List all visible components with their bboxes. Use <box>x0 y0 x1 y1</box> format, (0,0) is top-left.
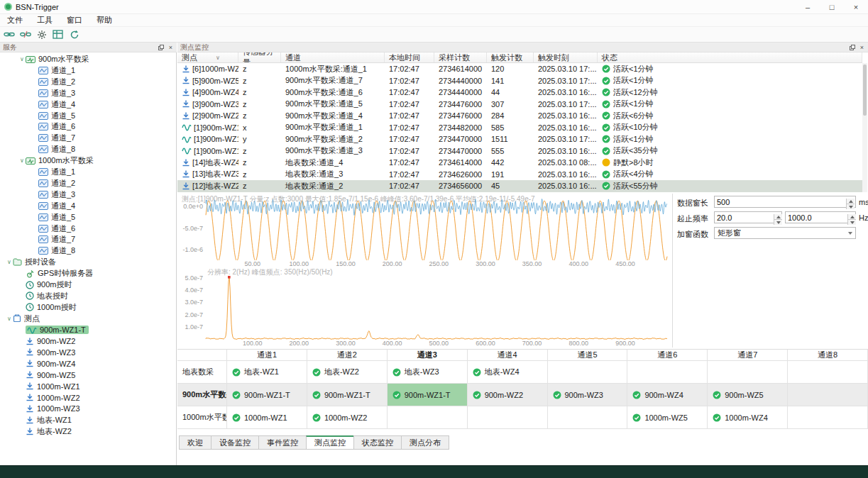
channel-cell[interactable] <box>548 406 628 429</box>
tab-测点分布[interactable]: 测点分布 <box>401 435 449 450</box>
column-header-0[interactable]: 测点∨ <box>177 52 238 62</box>
expand-arrow-icon[interactable]: ∨ <box>6 259 13 265</box>
column-header-5[interactable]: 触发计数 <box>487 52 534 62</box>
freq-to-input[interactable] <box>785 211 856 223</box>
channel-cell[interactable]: 900m-WZ2 <box>468 384 548 406</box>
column-header-3[interactable]: 本地时间 <box>385 52 434 62</box>
column-header-7[interactable]: 状态 <box>598 52 862 62</box>
refresh-icon[interactable] <box>67 28 82 41</box>
tree-item-通道_4[interactable]: 通道_4 <box>0 99 177 110</box>
channel-cell[interactable]: 900m-WZ1-T <box>307 384 388 406</box>
column-header-4[interactable]: 采样计数 <box>434 52 487 62</box>
channel-cell[interactable]: 900m-WZ5 <box>708 384 788 406</box>
tree-item-通道_8[interactable]: 通道_8 <box>0 144 177 155</box>
menu-item-0[interactable]: 文件 <box>0 14 30 26</box>
freq-from-stepper[interactable] <box>774 214 782 225</box>
disconnect-icon[interactable] <box>18 28 33 41</box>
tree-item-通道_7[interactable]: 通道_7 <box>0 133 177 143</box>
channel-cell[interactable]: 地表-WZ4 <box>468 361 548 384</box>
tree-item-通道_3[interactable]: 通道_3 <box>0 88 177 99</box>
tree-item-地表授时[interactable]: 地表授时 <box>0 291 177 301</box>
window-length-stepper[interactable] <box>846 199 855 209</box>
channel-cell[interactable]: 1000m-WZ2 <box>307 406 388 429</box>
table-row[interactable]: [1]900m-WZ1-Tx900m水平数采:通道_117:02:4727344… <box>177 122 862 134</box>
channel-cell[interactable] <box>548 361 628 384</box>
maximize-button[interactable]: □ <box>820 0 844 13</box>
layout-icon[interactable] <box>50 28 65 41</box>
tree-item-通道_2[interactable]: 通道_2 <box>0 77 177 87</box>
column-header-2[interactable]: 通道 <box>281 52 385 62</box>
window-length-input[interactable] <box>714 196 856 208</box>
gear-icon[interactable] <box>34 28 49 41</box>
tree-item-通道_4[interactable]: 通道_4 <box>0 201 177 211</box>
tree-item-通道_1[interactable]: 通道_1 <box>0 65 177 76</box>
table-row[interactable]: [5]900m-WZ5z900m水平数采:通道_717:02:472734440… <box>177 75 862 87</box>
column-header-1[interactable]: 传感器分量 <box>238 52 281 62</box>
channel-cell[interactable]: 1000m-WZ5 <box>627 406 708 429</box>
freq-from-input[interactable] <box>714 211 782 223</box>
menu-item-3[interactable]: 帮助 <box>89 14 119 26</box>
freq-to-stepper[interactable] <box>847 214 856 225</box>
menu-item-2[interactable]: 窗口 <box>60 14 89 26</box>
tab-欢迎[interactable]: 欢迎 <box>179 435 211 450</box>
float-panel-icon[interactable] <box>848 43 856 51</box>
tab-设备监控[interactable]: 设备监控 <box>211 435 259 450</box>
close-button[interactable]: × <box>844 0 868 13</box>
tree-item-1000m水平数采[interactable]: ∨1000m水平数采 <box>0 155 177 166</box>
table-row[interactable]: [2]900m-WZ2z900m水平数采:通道_417:02:472734476… <box>177 110 862 122</box>
tree-item-1000m-WZ1[interactable]: 1000m-WZ1 <box>0 381 177 391</box>
channel-cell[interactable]: 900m-WZ1-T <box>388 384 468 406</box>
channel-cell[interactable]: 地表-WZ3 <box>388 361 468 384</box>
channel-cell[interactable] <box>708 361 788 384</box>
window-func-select[interactable]: 矩形窗 <box>714 227 856 239</box>
channel-cell[interactable] <box>468 406 548 429</box>
channel-cell[interactable]: 900m-WZ4 <box>627 384 708 406</box>
tree-item-通道_5[interactable]: 通道_5 <box>0 212 177 223</box>
table-row[interactable]: [4]900m-WZ4z900m水平数采:通道_617:02:472734440… <box>177 87 862 99</box>
tree-item-地表-WZ1[interactable]: 地表-WZ1 <box>0 415 177 426</box>
tree-item-900m-WZ5[interactable]: 900m-WZ5 <box>0 369 177 380</box>
channel-cell[interactable] <box>788 361 868 384</box>
tree-item-通道_5[interactable]: 通道_5 <box>0 111 177 121</box>
channel-cell[interactable]: 1000m-WZ4 <box>708 406 788 429</box>
minimize-button[interactable]: – <box>796 0 820 13</box>
tree-item-900m水平数采[interactable]: ∨900m水平数采 <box>0 54 177 65</box>
tree-item-900m授时[interactable]: 900m授时 <box>0 279 177 290</box>
tree-item-900m-WZ4[interactable]: 900m-WZ4 <box>0 358 177 369</box>
expand-arrow-icon[interactable]: ∨ <box>6 316 13 322</box>
column-header-6[interactable]: 触发时刻 <box>534 52 598 62</box>
channel-cell[interactable]: 地表-WZ2 <box>307 361 388 384</box>
float-panel-icon[interactable] <box>157 43 165 51</box>
tree-item-通道_1[interactable]: 通道_1 <box>0 167 177 177</box>
table-row[interactable]: [3]900m-WZ3z900m水平数采:通道_517:02:472734476… <box>177 99 862 111</box>
channel-cell[interactable]: 900m-WZ1-T <box>227 384 307 406</box>
tree-item-1000m授时[interactable]: 1000m授时 <box>0 302 177 313</box>
tree-item-1000m-WZ3[interactable]: 1000m-WZ3 <box>0 404 177 414</box>
tree-item-测点[interactable]: ∨测点 <box>0 313 177 324</box>
tree-item-900m-WZ2[interactable]: 900m-WZ2 <box>0 336 177 347</box>
table-row[interactable]: [1]900m-WZ1-Tz900m水平数采:通道_317:02:4727344… <box>177 145 862 157</box>
close-panel-icon[interactable]: × <box>858 43 866 51</box>
scrollbar-thumb[interactable] <box>863 65 867 116</box>
tree-item-通道_8[interactable]: 通道_8 <box>0 245 177 256</box>
table-row[interactable]: [13]地表-WZ3z地表数采:通道_317:02:47273462600019… <box>177 169 862 181</box>
channel-cell[interactable] <box>788 406 868 429</box>
channel-cell[interactable] <box>788 384 868 406</box>
channel-cell[interactable]: 1000m-WZ1 <box>227 406 307 429</box>
channel-cell[interactable]: 地表-WZ1 <box>227 361 307 384</box>
channel-cell[interactable] <box>388 406 468 429</box>
tab-状态监控[interactable]: 状态监控 <box>353 435 402 450</box>
table-scrollbar[interactable] <box>862 63 867 192</box>
table-row[interactable]: [6]1000m-WZ1z1000m水平数采:通道_117:02:4727346… <box>177 63 862 75</box>
tree-item-通道_6[interactable]: 通道_6 <box>0 223 177 234</box>
table-row[interactable]: [12]地表-WZ2z地表数采:通道_217:02:47273465600045… <box>177 180 862 192</box>
tree-item-900m-WZ3[interactable]: 900m-WZ3 <box>0 347 177 357</box>
menu-item-1[interactable]: 工具 <box>30 14 60 26</box>
table-row[interactable]: [14]地表-WZ4z地表数采:通道_417:02:47273461400044… <box>177 157 862 169</box>
expand-arrow-icon[interactable]: ∨ <box>18 56 26 62</box>
channel-cell[interactable] <box>627 361 708 384</box>
tree-item-通道_2[interactable]: 通道_2 <box>0 178 177 189</box>
tree-item-通道_3[interactable]: 通道_3 <box>0 189 177 200</box>
connect-icon[interactable] <box>1 28 16 41</box>
tree-item-通道_6[interactable]: 通道_6 <box>0 121 177 132</box>
